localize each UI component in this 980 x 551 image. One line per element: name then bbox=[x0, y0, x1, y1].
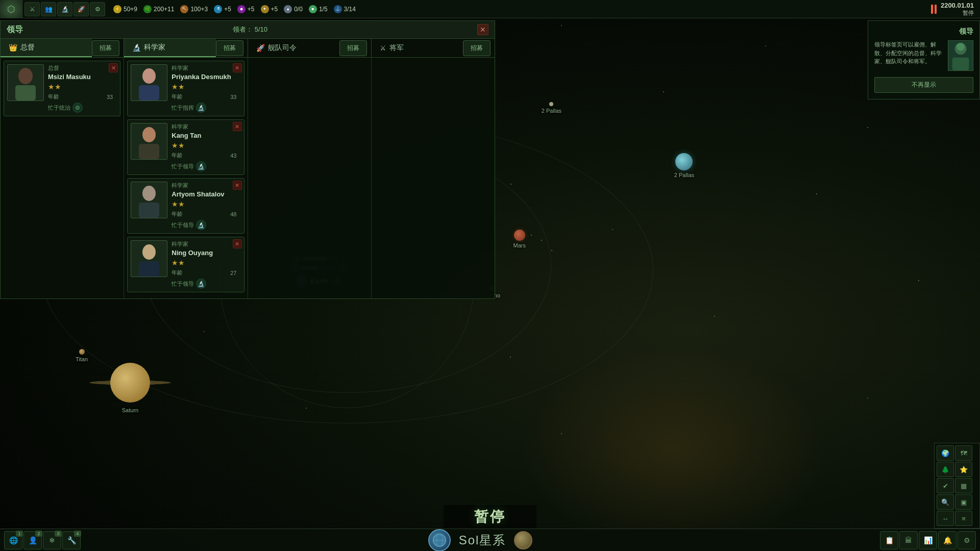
svg-point-18 bbox=[957, 43, 964, 51]
planet-saturn[interactable]: Saturn bbox=[94, 360, 166, 413]
minimap-icon-grid[interactable]: ▦ bbox=[955, 478, 972, 493]
svg-rect-14 bbox=[139, 261, 159, 277]
toolbar-btn-3[interactable]: 🚀 bbox=[74, 2, 89, 16]
bottom-right-icon-3[interactable]: 📊 bbox=[919, 531, 937, 549]
scientist-column: 科学家 Priyanka Desmukh ★★ 年龄 33 忙于指挥 🔬 ✕ bbox=[124, 58, 248, 298]
leader-card-scientist-0[interactable]: 科学家 Priyanka Desmukh ★★ 年龄 33 忙于指挥 🔬 ✕ bbox=[127, 61, 244, 116]
scientist-3-age-value: 27 bbox=[230, 270, 236, 276]
moon-titan[interactable]: Titan bbox=[76, 349, 88, 362]
bottom-icon-map[interactable]: 🌐 1 bbox=[4, 531, 22, 549]
recruit-scientist-button[interactable]: 招募 bbox=[216, 40, 243, 56]
scientist-tab-icon: 🔬 bbox=[132, 43, 141, 52]
bottom-right-icon-2[interactable]: 🏛 bbox=[899, 531, 918, 549]
minimap-icon-window[interactable]: ▣ bbox=[955, 494, 972, 510]
leader-card-scientist-3[interactable]: 科学家 Ning Ouyang ★★ 年龄 27 忙于领导 🔬 ✕ bbox=[127, 237, 244, 292]
leader-card-governor[interactable]: 总督 Msizi Masuku ★★ 年龄 33 忙于统治 ⚙ ✕ bbox=[4, 61, 120, 116]
scientist-1-info: 科学家 Kang Tan ★★ 年龄 43 忙于领导 🔬 bbox=[167, 123, 240, 171]
scientist-0-role: 科学家 bbox=[172, 64, 236, 72]
minerals-icon: ⛏ bbox=[180, 5, 188, 13]
bottom-right-icon-5[interactable]: ⚙ bbox=[958, 531, 976, 549]
tooltip-text: 领导标签页可以雇佣、解散、分配空闲的总督、科学家、舰队司令和将军。 bbox=[874, 40, 944, 66]
no-show-button[interactable]: 不再显示 bbox=[874, 77, 973, 93]
saturn-container bbox=[94, 360, 166, 406]
tab-general[interactable]: ⚔ 将军 bbox=[372, 39, 463, 57]
governor-tab-icon: 👑 bbox=[9, 43, 17, 52]
scientist-2-age-row: 年龄 48 bbox=[172, 210, 236, 218]
minimap-icon-star[interactable]: ⭐ bbox=[955, 462, 972, 477]
resource-food: 🌿 200+11 bbox=[143, 5, 174, 13]
bottom-icon-wrench[interactable]: 🔧 4 bbox=[62, 531, 81, 549]
toolbar-btn-2[interactable]: 🔬 bbox=[57, 2, 72, 16]
pause-bar-right bbox=[935, 5, 937, 14]
bottom-system-row: Sol星系 bbox=[428, 529, 533, 552]
scientist-0-age-value: 33 bbox=[230, 94, 236, 100]
svg-point-4 bbox=[142, 68, 156, 84]
bottom-right-icon-1[interactable]: 📋 bbox=[880, 531, 898, 549]
planet-uranus[interactable]: 2 Pallas bbox=[674, 153, 694, 178]
scientist-2-info: 科学家 Artyom Shatalov ★★ 年龄 48 忙于领导 🔬 bbox=[167, 182, 240, 230]
minimap-icon-zoom[interactable]: 🔍 bbox=[937, 494, 954, 510]
unity-value: +5 bbox=[271, 6, 278, 13]
toolbar-btn-0[interactable]: ⚔ bbox=[24, 2, 40, 16]
governor-status-text: 忙于统治 bbox=[48, 104, 70, 112]
minimap-row-4: 🔍 ▣ bbox=[937, 494, 977, 510]
general-tab-section: ⚔ 将军 招募 bbox=[372, 39, 495, 57]
svg-point-13 bbox=[142, 244, 156, 260]
pause-text-banner: 暂停 bbox=[444, 505, 536, 529]
governor-age-row: 年龄 33 bbox=[48, 93, 113, 101]
scientist-1-status-icon: 🔬 bbox=[196, 161, 206, 171]
pause-status-label: 暂停 bbox=[963, 9, 974, 17]
minimap-icon-menu[interactable]: ≡ bbox=[955, 511, 972, 526]
minerals-value: 100+3 bbox=[190, 6, 208, 13]
bottom-right-icon-4[interactable]: 🔔 bbox=[938, 531, 957, 549]
consumer-icon: ■ bbox=[309, 5, 317, 13]
recruit-admiral-button[interactable]: 招募 bbox=[339, 40, 367, 56]
bottom-icon-snow[interactable]: ❄ 3 bbox=[43, 531, 61, 549]
dismiss-governor-button[interactable]: ✕ bbox=[109, 63, 118, 72]
mars-body bbox=[514, 230, 525, 241]
governor-info: 总督 Msizi Masuku ★★ 年龄 33 忙于统治 ⚙ bbox=[44, 64, 117, 113]
planet-mars[interactable]: Mars bbox=[513, 230, 526, 248]
asteroid-dot bbox=[510, 184, 511, 185]
dismiss-scientist-2-button[interactable]: ✕ bbox=[233, 181, 242, 190]
dismiss-scientist-1-button[interactable]: ✕ bbox=[233, 122, 242, 131]
scientist-2-role: 科学家 bbox=[172, 182, 236, 189]
tab-governor[interactable]: 👑 总督 bbox=[1, 39, 92, 57]
leader-card-scientist-1[interactable]: 科学家 Kang Tan ★★ 年龄 43 忙于领导 🔬 ✕ bbox=[127, 119, 244, 175]
scientist-tab-section: 🔬 科学家 招募 bbox=[124, 39, 248, 57]
bottom-icon-people[interactable]: 👤 2 bbox=[23, 531, 42, 549]
scientist-1-name: Kang Tan bbox=[172, 132, 236, 139]
tab-scientist[interactable]: 🔬 科学家 bbox=[124, 39, 215, 57]
recruit-general-button[interactable]: 招募 bbox=[463, 40, 491, 56]
close-leader-panel-button[interactable]: ✕ bbox=[477, 24, 488, 35]
dismiss-scientist-3-button[interactable]: ✕ bbox=[233, 239, 242, 248]
minimap-icon-globe[interactable]: 🌍 bbox=[937, 445, 954, 461]
admiral-tab-section: 🚀 舰队司令 招募 bbox=[248, 39, 372, 57]
minimap-icon-check[interactable]: ✔ bbox=[937, 478, 954, 493]
globe-button[interactable] bbox=[428, 529, 451, 552]
minimap-icon-map[interactable]: 🗺 bbox=[955, 445, 972, 461]
toolbar-btn-1[interactable]: 👥 bbox=[41, 2, 56, 16]
toolbar-btn-4[interactable]: ⚙ bbox=[90, 2, 105, 16]
minimap-icon-arrows[interactable]: ↔ bbox=[937, 511, 954, 526]
leader-panel: 领导 领者： 5/10 ✕ 👑 总督 招募 🔬 科学家 招募 🚀 bbox=[0, 20, 495, 299]
game-logo[interactable]: ⬡ bbox=[0, 0, 22, 18]
recruit-governor-button[interactable]: 招募 bbox=[92, 40, 119, 56]
pallas-label: 2 Pallas bbox=[542, 108, 561, 114]
leader-card-scientist-2[interactable]: 科学家 Artyom Shatalov ★★ 年龄 48 忙于领导 🔬 ✕ bbox=[127, 178, 244, 234]
scientist-2-portrait bbox=[131, 182, 167, 218]
minimap-icon-tree[interactable]: 🌲 bbox=[937, 462, 954, 477]
scientist-3-status-text: 忙于领导 bbox=[172, 280, 194, 288]
pause-button[interactable] bbox=[931, 5, 937, 14]
tooltip-portrait bbox=[948, 40, 973, 71]
galaxy-view-button[interactable] bbox=[514, 531, 532, 549]
asteroid-dot bbox=[531, 235, 532, 236]
tab-admiral[interactable]: 🚀 舰队司令 bbox=[248, 39, 339, 57]
scientist-0-name: Priyanka Desmukh bbox=[172, 73, 236, 81]
svg-rect-2 bbox=[15, 85, 36, 101]
dismiss-scientist-0-button[interactable]: ✕ bbox=[233, 63, 242, 72]
asteroid-pallas[interactable]: 2 Pallas bbox=[542, 102, 561, 114]
scientist-3-info: 科学家 Ning Ouyang ★★ 年龄 27 忙于领导 🔬 bbox=[167, 240, 240, 289]
bottom-tab-4-badge: 4 bbox=[74, 531, 81, 537]
resource-influence: ◆ +5 bbox=[237, 5, 255, 13]
